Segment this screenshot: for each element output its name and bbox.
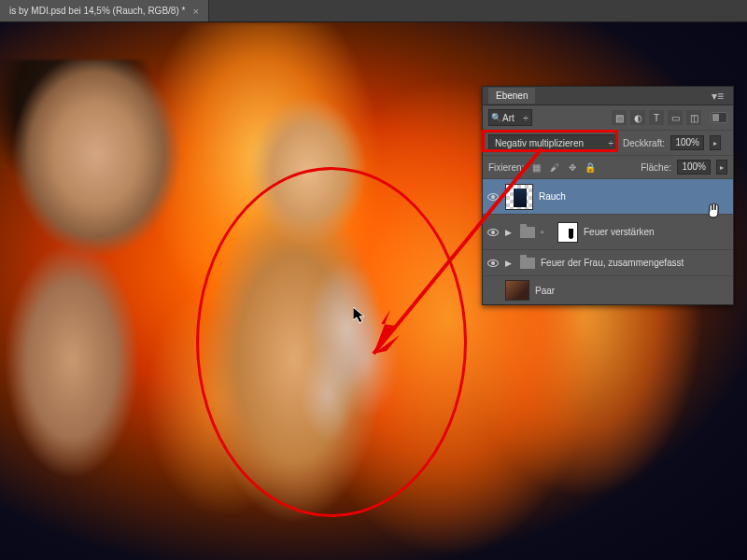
visibility-toggle[interactable] bbox=[486, 193, 500, 201]
lock-pixels-icon[interactable]: 🖌 bbox=[547, 161, 561, 175]
fill-label: Fläche: bbox=[641, 162, 671, 173]
filter-adjust-icon[interactable]: ◐ bbox=[630, 110, 645, 125]
fill-input[interactable]: 100% bbox=[677, 160, 711, 175]
blend-mode-value: Negativ multiplizieren bbox=[495, 138, 584, 148]
document-tab-title: is by MDI.psd bei 14,5% (Rauch, RGB/8) * bbox=[9, 6, 185, 16]
layer-thumbnail[interactable] bbox=[505, 184, 533, 210]
canvas[interactable]: Ebenen ▾≡ Art ▧ ◐ T ▭ ◫ Negativ multipli… bbox=[0, 22, 747, 560]
layer-name-label[interactable]: Rauch bbox=[539, 191, 729, 202]
filter-icons-group: ▧ ◐ T ▭ ◫ bbox=[612, 110, 701, 125]
opacity-label: Deckkraft: bbox=[623, 138, 665, 148]
filter-type-select[interactable]: Art bbox=[488, 109, 532, 126]
blend-mode-select[interactable]: Negativ multiplizieren bbox=[488, 134, 617, 151]
filter-row: Art ▧ ◐ T ▭ ◫ bbox=[483, 105, 733, 131]
document-tab[interactable]: is by MDI.psd bei 14,5% (Rauch, RGB/8) *… bbox=[0, 0, 209, 21]
lock-transparency-icon[interactable]: ▦ bbox=[529, 161, 543, 175]
eye-icon bbox=[487, 193, 499, 201]
lock-position-icon[interactable]: ✥ bbox=[565, 161, 579, 175]
filter-shape-icon[interactable]: ▭ bbox=[668, 110, 683, 125]
smoke-layer-visual bbox=[261, 237, 430, 461]
link-icon: ▫ bbox=[541, 227, 552, 237]
filter-smart-icon[interactable]: ◫ bbox=[686, 110, 701, 125]
document-tab-bar: is by MDI.psd bei 14,5% (Rauch, RGB/8) *… bbox=[0, 0, 747, 22]
opacity-flyout-icon[interactable]: ▸ bbox=[710, 135, 721, 150]
layer-name-label[interactable]: Feuer der Frau, zusammengefasst bbox=[541, 258, 729, 268]
filter-toggle-switch[interactable] bbox=[711, 112, 727, 123]
eye-icon bbox=[487, 259, 499, 267]
filter-type-label: Art bbox=[502, 113, 514, 123]
layer-row-rauch[interactable]: Rauch bbox=[483, 179, 733, 215]
mask-thumbnail[interactable] bbox=[557, 222, 578, 243]
layer-list: Rauch ▶ ▫ Feuer verstärken ▶ Feuer der F… bbox=[483, 179, 733, 304]
filter-type-icon[interactable]: T bbox=[649, 110, 664, 125]
layer-name-label[interactable]: Paar bbox=[535, 286, 729, 296]
layer-row-paar[interactable]: Paar bbox=[483, 276, 733, 304]
opacity-input[interactable]: 100% bbox=[670, 135, 704, 150]
lock-label: Fixieren: bbox=[488, 162, 524, 173]
disclosure-icon[interactable]: ▶ bbox=[505, 259, 514, 268]
disclosure-icon[interactable]: ▶ bbox=[505, 228, 514, 237]
panel-tab-bar: Ebenen ▾≡ bbox=[483, 87, 733, 105]
eye-icon bbox=[487, 229, 499, 236]
lock-all-icon[interactable]: 🔒 bbox=[583, 161, 597, 175]
layer-thumbnail[interactable] bbox=[505, 280, 529, 301]
layer-row-feuer-verstaerken[interactable]: ▶ ▫ Feuer verstärken bbox=[483, 215, 733, 250]
folder-icon bbox=[520, 227, 535, 238]
layers-panel: Ebenen ▾≡ Art ▧ ◐ T ▭ ◫ Negativ multipli… bbox=[482, 86, 734, 305]
filter-pixel-icon[interactable]: ▧ bbox=[612, 110, 627, 125]
panel-menu-icon[interactable]: ▾≡ bbox=[708, 90, 727, 103]
lock-icons-group: ▦ 🖌 ✥ 🔒 bbox=[529, 161, 597, 175]
visibility-toggle[interactable] bbox=[486, 259, 500, 267]
folder-icon bbox=[520, 258, 535, 269]
close-tab-icon[interactable]: × bbox=[192, 6, 198, 17]
lock-fill-row: Fixieren: ▦ 🖌 ✥ 🔒 Fläche: 100% ▸ bbox=[483, 156, 733, 179]
fill-flyout-icon[interactable]: ▸ bbox=[716, 160, 727, 175]
layer-name-label[interactable]: Feuer verstärken bbox=[584, 227, 729, 237]
blend-opacity-row: Negativ multiplizieren Deckkraft: 100% ▸ bbox=[483, 131, 733, 156]
layer-row-feuer-frau[interactable]: ▶ Feuer der Frau, zusammengefasst bbox=[483, 250, 733, 276]
visibility-toggle[interactable] bbox=[486, 229, 500, 236]
panel-tab-layers[interactable]: Ebenen bbox=[488, 88, 535, 104]
